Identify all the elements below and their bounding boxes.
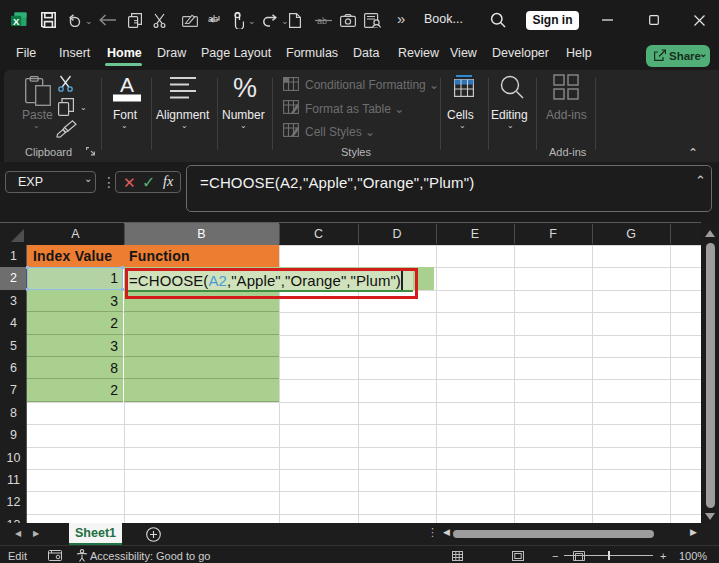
svg-text:A: A [120,73,134,96]
svg-text:%: % [233,73,257,103]
svg-text:X: X [13,16,20,27]
